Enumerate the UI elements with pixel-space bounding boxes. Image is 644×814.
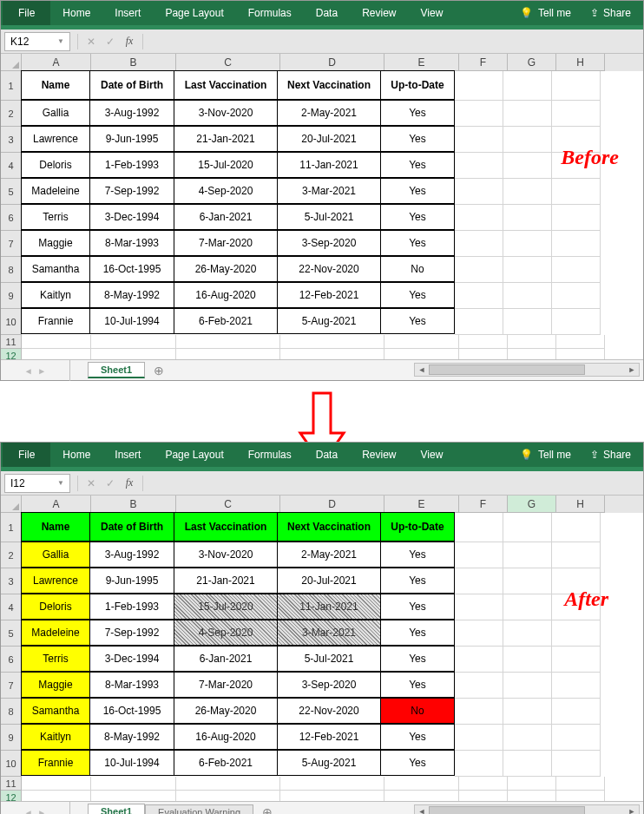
data-cell[interactable]: Yes <box>380 750 455 776</box>
cell-H7[interactable] <box>552 673 601 699</box>
column-header-C[interactable]: C <box>176 54 280 71</box>
data-cell[interactable]: 7-Sep-1992 <box>89 178 174 204</box>
row-header-10[interactable]: 10 <box>1 309 22 335</box>
cell-F10[interactable] <box>455 309 503 335</box>
data-cell[interactable]: 6-Feb-2021 <box>174 750 278 776</box>
ribbon-tab-formulas[interactable]: Formulas <box>236 443 304 467</box>
header-cell-date-of-birth[interactable]: Date of Birth <box>89 70 174 100</box>
tell-me[interactable]: 💡Tell me <box>511 7 580 19</box>
data-cell[interactable]: 3-Sep-2020 <box>277 672 381 698</box>
data-cell[interactable]: Madeleine <box>21 178 90 204</box>
data-cell[interactable]: Madeleine <box>21 620 90 646</box>
cell-F4[interactable] <box>455 153 503 179</box>
ribbon-tab-insert[interactable]: Insert <box>102 443 153 467</box>
cell-G4[interactable] <box>503 153 552 179</box>
sheet-tab-sheet1[interactable]: Sheet1 <box>88 804 145 814</box>
sheet-nav[interactable]: ◄ ► <box>1 360 70 381</box>
data-cell[interactable]: 6-Feb-2021 <box>174 308 278 334</box>
cell-F9[interactable] <box>455 283 503 309</box>
cell-H1[interactable] <box>552 513 601 542</box>
cell-G1[interactable] <box>503 71 552 101</box>
cell-H11[interactable] <box>556 777 605 791</box>
cell-C12[interactable] <box>176 349 280 359</box>
cell-G2[interactable] <box>503 542 552 568</box>
cell-B12[interactable] <box>91 791 176 801</box>
cell-G11[interactable] <box>508 777 556 791</box>
data-cell[interactable]: 11-Jan-2021 <box>277 594 381 620</box>
share-button[interactable]: ⇪Share <box>580 449 641 461</box>
data-cell[interactable]: 2-May-2021 <box>277 542 381 568</box>
data-cell[interactable]: Gallia <box>21 100 90 126</box>
cell-D12[interactable] <box>280 791 384 801</box>
row-header-10[interactable]: 10 <box>1 751 22 777</box>
cell-G11[interactable] <box>508 335 556 349</box>
data-cell[interactable]: 1-Feb-1993 <box>89 152 174 178</box>
share-button[interactable]: ⇪Share <box>580 7 641 19</box>
row-header-3[interactable]: 3 <box>1 127 22 153</box>
cell-G8[interactable] <box>503 257 552 283</box>
cell-D11[interactable] <box>280 777 384 791</box>
ribbon-tab-insert[interactable]: Insert <box>102 1 153 25</box>
select-all-triangle[interactable] <box>1 54 22 71</box>
cell-H2[interactable] <box>552 542 601 568</box>
data-cell[interactable]: 4-Sep-2020 <box>174 178 278 204</box>
data-cell[interactable]: Yes <box>380 152 455 178</box>
ribbon-tab-home[interactable]: Home <box>50 443 102 467</box>
data-cell[interactable]: Yes <box>380 100 455 126</box>
column-header-B[interactable]: B <box>91 496 176 513</box>
ribbon-tab-formulas[interactable]: Formulas <box>236 1 304 25</box>
column-header-C[interactable]: C <box>176 496 280 513</box>
row-header-5[interactable]: 5 <box>1 620 22 647</box>
cell-G10[interactable] <box>503 751 552 777</box>
data-cell[interactable]: 3-Nov-2020 <box>174 100 278 126</box>
ribbon-tab-review[interactable]: Review <box>350 1 408 25</box>
data-cell[interactable]: 3-Aug-1992 <box>89 542 174 568</box>
column-header-B[interactable]: B <box>91 54 176 71</box>
column-header-G[interactable]: G <box>508 496 556 513</box>
cell-H5[interactable] <box>552 179 601 205</box>
add-sheet-button[interactable]: ⊕ <box>259 805 276 815</box>
data-cell[interactable]: 21-Jan-2021 <box>174 126 278 152</box>
data-cell[interactable]: No <box>380 698 455 724</box>
cell-F12[interactable] <box>459 791 508 801</box>
row-header-12[interactable]: 12 <box>1 791 22 801</box>
data-cell[interactable]: 3-Dec-1994 <box>89 646 174 672</box>
data-cell[interactable]: 5-Jul-2021 <box>277 646 381 672</box>
column-header-F[interactable]: F <box>459 54 508 71</box>
data-cell[interactable]: 16-Oct-1995 <box>89 256 174 282</box>
row-header-6[interactable]: 6 <box>1 205 22 231</box>
row-header-2[interactable]: 2 <box>1 542 22 568</box>
spreadsheet-grid[interactable]: ABCDEFGH 1NameDate of BirthLast Vaccinat… <box>1 496 643 801</box>
header-cell-next-vaccination[interactable]: Next Vaccination <box>277 512 381 542</box>
data-cell[interactable]: 22-Nov-2020 <box>277 256 381 282</box>
ribbon-tab-page-layout[interactable]: Page Layout <box>153 443 235 467</box>
data-cell[interactable]: Lawrence <box>21 126 90 152</box>
data-cell[interactable]: 10-Jul-1994 <box>89 308 174 334</box>
row-header-3[interactable]: 3 <box>1 568 22 594</box>
data-cell[interactable]: 12-Feb-2021 <box>277 724 381 750</box>
cell-C12[interactable] <box>176 791 280 801</box>
cell-H6[interactable] <box>552 647 601 673</box>
data-cell[interactable]: 6-Jan-2021 <box>174 204 278 230</box>
cell-A11[interactable] <box>22 335 91 349</box>
column-header-D[interactable]: D <box>280 54 384 71</box>
name-box[interactable]: K12▼ <box>4 32 70 51</box>
ribbon-tab-file[interactable]: File <box>3 1 50 25</box>
data-cell[interactable]: 7-Mar-2020 <box>174 230 278 256</box>
cell-H8[interactable] <box>552 699 601 725</box>
data-cell[interactable]: 3-Nov-2020 <box>174 542 278 568</box>
data-cell[interactable]: 7-Sep-1992 <box>89 620 174 646</box>
data-cell[interactable]: Yes <box>380 230 455 256</box>
row-header-8[interactable]: 8 <box>1 699 22 725</box>
data-cell[interactable]: 26-May-2020 <box>174 698 278 724</box>
data-cell[interactable]: Yes <box>380 594 455 620</box>
cell-F6[interactable] <box>455 205 503 231</box>
cell-H10[interactable] <box>552 751 601 777</box>
cell-H2[interactable] <box>552 101 601 127</box>
row-header-11[interactable]: 11 <box>1 335 22 349</box>
fx-icon[interactable]: fx <box>120 35 139 48</box>
cell-H12[interactable] <box>556 791 605 801</box>
cell-C11[interactable] <box>176 777 280 791</box>
sheet-tab-sheet1[interactable]: Sheet1 <box>88 362 145 378</box>
cell-F2[interactable] <box>455 101 503 127</box>
